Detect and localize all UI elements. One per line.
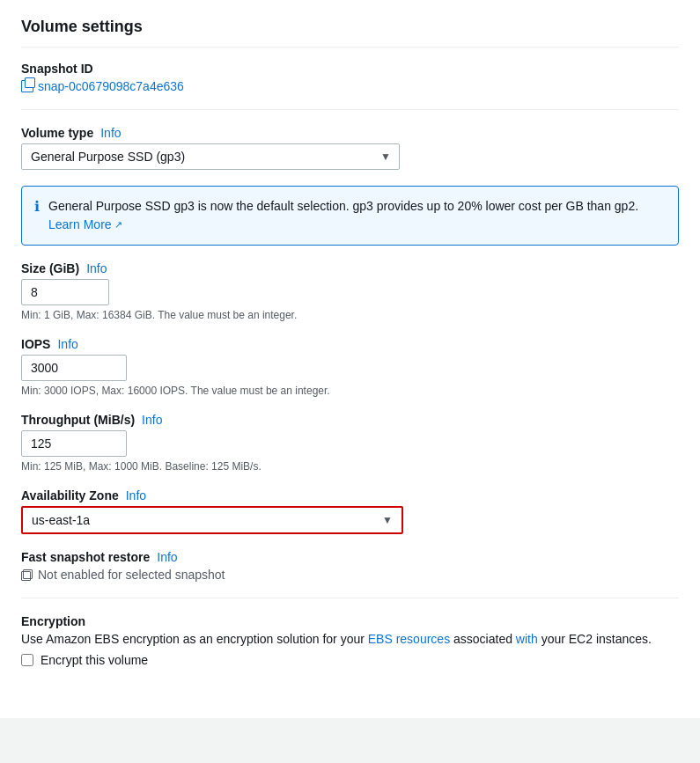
volume-type-select[interactable]: General Purpose SSD (gp3) General Purpos… xyxy=(21,143,400,170)
volume-type-info-link[interactable]: Info xyxy=(100,126,121,140)
divider-1 xyxy=(21,109,679,110)
throughput-label: Throughput (MiB/s) Info xyxy=(21,413,679,427)
info-box-text: General Purpose SSD gp3 is now the defau… xyxy=(48,197,666,234)
encrypt-checkbox[interactable] xyxy=(21,654,33,666)
encryption-section: Encryption Use Amazon EBS encryption as … xyxy=(21,614,679,667)
iops-section: IOPS Info Min: 3000 IOPS, Max: 16000 IOP… xyxy=(21,337,679,397)
encryption-desc-text: Use Amazon EBS encryption as an encrypti… xyxy=(21,632,368,646)
snapshot-id-section: Snapshot ID snap-0c0679098c7a4e636 xyxy=(21,62,679,93)
iops-input[interactable] xyxy=(21,355,127,381)
volume-type-select-wrapper: General Purpose SSD (gp3) General Purpos… xyxy=(21,143,400,170)
size-info-link[interactable]: Info xyxy=(86,261,107,275)
divider-2 xyxy=(21,598,679,598)
throughput-section: Throughput (MiB/s) Info Min: 125 MiB, Ma… xyxy=(21,413,679,473)
external-link-icon: ↗ xyxy=(114,217,122,232)
availability-zone-label: Availability Zone Info xyxy=(21,488,679,503)
availability-zone-section: Availability Zone Info us-east-1a us-eas… xyxy=(21,488,679,534)
ebs-link[interactable]: EBS resources xyxy=(368,632,450,646)
size-hint: Min: 1 GiB, Max: 16384 GiB. The value mu… xyxy=(21,309,679,321)
encryption-description: Use Amazon EBS encryption as an encrypti… xyxy=(21,632,679,646)
size-input[interactable] xyxy=(21,279,109,305)
throughput-hint: Min: 125 MiB, Max: 1000 MiB. Baseline: 1… xyxy=(21,460,679,473)
with-link[interactable]: with xyxy=(516,632,538,646)
volume-type-label: Volume type Info xyxy=(21,126,679,140)
volume-type-section: Volume type Info General Purpose SSD (gp… xyxy=(21,126,679,170)
size-section: Size (GiB) Info Min: 1 GiB, Max: 16384 G… xyxy=(21,261,679,321)
fast-snapshot-icon xyxy=(21,569,33,581)
fast-snapshot-info-link[interactable]: Info xyxy=(157,550,177,564)
availability-zone-select[interactable]: us-east-1a us-east-1b us-east-1c us-east… xyxy=(23,508,402,532)
throughput-input[interactable] xyxy=(21,430,127,457)
snapshot-id-label: Snapshot ID xyxy=(21,62,679,76)
page-title: Volume settings xyxy=(21,18,679,48)
info-circle-icon: ℹ xyxy=(34,198,40,215)
size-label: Size (GiB) Info xyxy=(21,261,679,275)
snapshot-id-link[interactable]: snap-0c0679098c7a4e636 xyxy=(21,79,679,93)
page-container: Volume settings Snapshot ID snap-0c06790… xyxy=(0,0,700,718)
availability-zone-select-wrapper: us-east-1a us-east-1b us-east-1c us-east… xyxy=(21,506,403,534)
learn-more-link[interactable]: Learn More ↗ xyxy=(48,216,122,234)
availability-zone-info-link[interactable]: Info xyxy=(126,488,146,503)
iops-info-link[interactable]: Info xyxy=(57,337,77,351)
fast-snapshot-status: Not enabled for selected snapshot xyxy=(38,568,225,582)
copy-icon xyxy=(21,80,33,92)
iops-label: IOPS Info xyxy=(21,337,679,351)
iops-hint: Min: 3000 IOPS, Max: 16000 IOPS. The val… xyxy=(21,385,679,397)
throughput-info-link[interactable]: Info xyxy=(142,413,162,427)
fast-snapshot-label: Fast snapshot restore Info xyxy=(21,550,679,564)
fast-snapshot-section: Fast snapshot restore Info Not enabled f… xyxy=(21,550,679,582)
encryption-desc-text-2: associated xyxy=(450,632,516,646)
gp3-info-box: ℹ General Purpose SSD gp3 is now the def… xyxy=(21,186,679,246)
fast-snapshot-status-row: Not enabled for selected snapshot xyxy=(21,568,679,582)
encryption-desc-text-3: your EC2 instances. xyxy=(538,632,652,646)
encrypt-checkbox-row: Encrypt this volume xyxy=(21,653,679,667)
encryption-label: Encryption xyxy=(21,614,679,628)
encrypt-checkbox-label[interactable]: Encrypt this volume xyxy=(41,653,148,667)
